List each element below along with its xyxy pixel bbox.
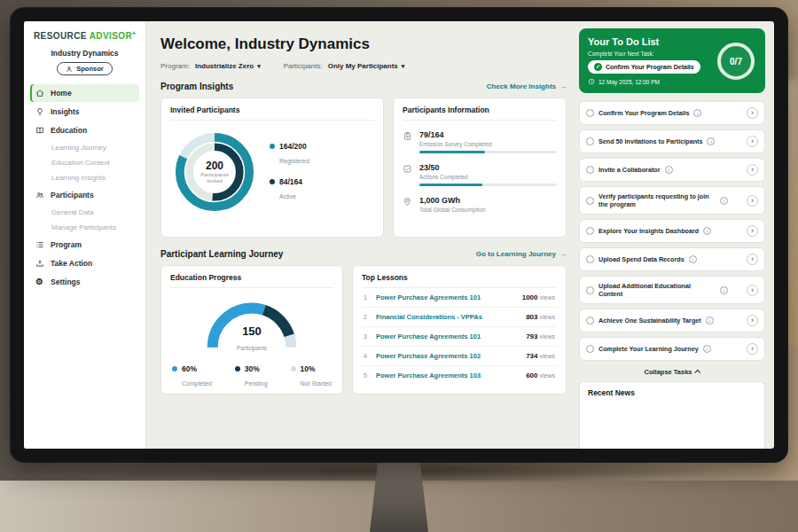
info-icon[interactable]: i [689, 255, 697, 263]
todo-panel: Your To Do List Complete Your Next Task:… [577, 21, 774, 449]
sidebar-item-take-action[interactable]: Take Action [30, 254, 139, 272]
program-filter-value: Industrialize Zero [195, 62, 254, 70]
lesson-link[interactable]: Power Purchase Agreements 101 [376, 293, 517, 301]
sidebar-item-label: Settings [51, 278, 81, 286]
participants-filter-select[interactable]: Only My Participants ▾ [328, 62, 405, 70]
legend-label: Active [279, 193, 296, 200]
todo-task-row[interactable]: Upload Spend Data Records i › [579, 247, 765, 271]
card-title: Participants Information [403, 106, 557, 121]
info-icon[interactable]: i [665, 166, 673, 174]
sidebar-item-home[interactable]: Home [30, 84, 139, 102]
stat-value: 23/50 [419, 163, 557, 172]
chevron-right-icon[interactable]: › [747, 315, 758, 326]
legend-value: 60% [182, 364, 212, 373]
stat-label: Total Global Consumption [419, 207, 557, 213]
todo-task-row[interactable]: Send 50 Invitations to Participants i › [579, 129, 765, 153]
education-progress-card: Education Progress 150 Participants [160, 265, 343, 395]
actions-icon [403, 164, 412, 174]
sidebar-item-label: Take Action [51, 259, 92, 268]
todo-task-row[interactable]: Complete Your Learning Journey i › [579, 337, 765, 361]
next-task-pill[interactable]: ✓ Confirm Your Program Details [588, 60, 700, 74]
task-checkbox[interactable] [586, 166, 594, 174]
task-checkbox[interactable] [586, 255, 594, 263]
person-icon [66, 66, 73, 73]
check-more-insights-link[interactable]: Check More Insights → [487, 82, 567, 90]
legend-label: Pending [245, 380, 268, 387]
lesson-views: 1000 [522, 293, 538, 301]
sidebar-item-settings[interactable]: ⚙ Settings [30, 273, 139, 291]
lesson-rank: 2 [364, 314, 371, 320]
lesson-rank: 4 [364, 353, 371, 359]
info-icon[interactable]: i [706, 317, 714, 325]
task-label: Explore Your Insights Dashboard [598, 227, 699, 235]
info-icon[interactable]: i [720, 197, 728, 205]
sidebar-item-education-content[interactable]: Education Content [30, 155, 139, 170]
todo-task-row[interactable]: Verify participants requesting to join t… [579, 186, 765, 215]
app-logo: RESOURCE ADVISOR+ [30, 30, 139, 41]
progress-bar [419, 184, 557, 186]
program-insights-title: Program Insights [160, 82, 233, 91]
lesson-link[interactable]: Power Purchase Agreements 102 [376, 352, 520, 360]
sidebar-item-manage-participants[interactable]: Manage Participants [30, 220, 139, 235]
todo-task-row[interactable]: Achieve One Sustainability Target i › [579, 309, 765, 332]
task-checkbox[interactable] [586, 345, 594, 353]
lesson-link[interactable]: Power Purchase Agreements 101 [376, 332, 520, 340]
lesson-link[interactable]: Power Purchase Agreements 103 [376, 372, 520, 379]
info-icon[interactable]: i [703, 345, 711, 353]
sidebar-item-insights[interactable]: Insights [30, 103, 139, 121]
sidebar-item-education[interactable]: Education [30, 121, 139, 139]
task-checkbox[interactable] [586, 286, 594, 294]
chevron-right-icon[interactable]: › [747, 195, 758, 207]
chevron-right-icon[interactable]: › [747, 164, 758, 176]
chevron-right-icon[interactable]: › [747, 343, 758, 355]
sidebar-item-label: Program [51, 240, 82, 249]
sidebar-subitem-label: Education Content [51, 159, 110, 167]
info-icon[interactable]: i [703, 227, 711, 235]
task-checkbox[interactable] [586, 227, 594, 235]
legend-value: 164/200 [279, 142, 309, 151]
program-filter-select[interactable]: Industrialize Zero ▾ [195, 62, 261, 70]
todo-task-row[interactable]: Confirm Your Program Details i › [579, 101, 765, 125]
chevron-right-icon[interactable]: › [747, 107, 758, 119]
chevron-right-icon[interactable]: › [747, 136, 758, 147]
task-label: Invite a Collaborator [598, 166, 661, 174]
go-to-learning-journey-link[interactable]: Go to Learning Journey → [476, 250, 567, 258]
chevron-right-icon[interactable]: › [747, 285, 758, 296]
arrow-right-icon: → [559, 82, 567, 90]
info-icon[interactable]: i [720, 286, 728, 294]
todo-task-row[interactable]: Explore Your Insights Dashboard i › [579, 219, 765, 243]
task-list: Confirm Your Program Details i › Send 50… [579, 101, 765, 365]
clock-icon [588, 78, 595, 85]
participants-filter-value: Only My Participants [328, 62, 398, 70]
lesson-row: 3 Power Purchase Agreements 101 793views [362, 327, 557, 347]
sidebar-item-general-data[interactable]: General Data [30, 205, 139, 220]
todo-task-row[interactable]: Invite a Collaborator i › [579, 158, 765, 182]
monitor-stand [370, 461, 428, 532]
sidebar-item-label: Home [51, 89, 72, 98]
info-icon[interactable]: i [693, 109, 701, 117]
sidebar-item-learning-insights[interactable]: Learning Insights [30, 170, 139, 185]
chevron-right-icon[interactable]: › [747, 225, 758, 237]
legend-value: 84/164 [279, 177, 302, 186]
task-checkbox[interactable] [586, 317, 594, 325]
collapse-tasks-button[interactable]: Collapse Tasks [579, 365, 765, 381]
sidebar-item-participants[interactable]: Participants [30, 186, 139, 204]
stat-actions-completed: 23/50 Actions Completed [403, 163, 557, 186]
lesson-link[interactable]: Financial Considerations - VPPAs [376, 313, 520, 321]
todo-task-row[interactable]: Upload Additional Educational Content i … [579, 276, 765, 304]
task-checkbox[interactable] [586, 197, 594, 205]
main-content: Welcome, Industry Dynamics Program: Indu… [146, 21, 577, 449]
invited-legend: 164/200 Registered 84/164 Active [270, 142, 309, 202]
sidebar-item-program[interactable]: Program [30, 236, 139, 254]
legend-dot [270, 144, 275, 149]
sidebar-subitem-label: General Data [51, 208, 94, 216]
scene: RESOURCE ADVISOR+ Industry Dynamics Spon… [0, 0, 798, 532]
task-checkbox[interactable] [586, 137, 594, 145]
legend-label: Completed [182, 380, 212, 387]
info-icon[interactable]: i [707, 137, 715, 145]
account-name: Industry Dynamics [30, 49, 139, 58]
task-checkbox[interactable] [586, 109, 594, 117]
chevron-right-icon[interactable]: › [747, 254, 758, 265]
sidebar-item-learning-journey[interactable]: Learning Journey [30, 140, 139, 155]
views-word: views [539, 294, 555, 301]
